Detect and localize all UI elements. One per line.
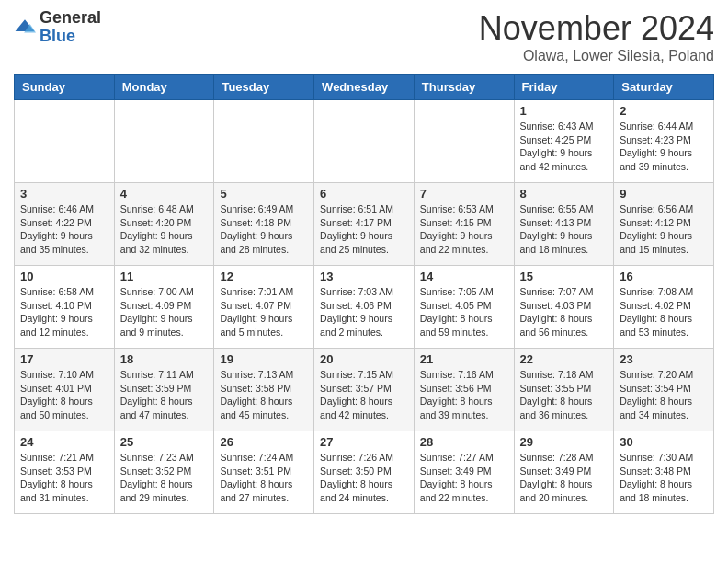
- calendar-cell: [214, 100, 314, 183]
- day-number: 29: [520, 435, 609, 449]
- day-info: Sunrise: 7:20 AM Sunset: 3:54 PM Dayligh…: [620, 368, 708, 422]
- day-number: 26: [220, 435, 308, 449]
- logo-text: General Blue: [40, 9, 101, 46]
- day-number: 18: [120, 352, 209, 366]
- calendar-cell: 1Sunrise: 6:43 AM Sunset: 4:25 PM Daylig…: [514, 100, 614, 183]
- day-number: 30: [620, 435, 708, 449]
- day-number: 12: [220, 270, 308, 283]
- weekday-header-friday: Friday: [514, 75, 614, 100]
- day-number: 6: [320, 187, 408, 201]
- calendar-cell: 16Sunrise: 7:08 AM Sunset: 4:02 PM Dayli…: [614, 266, 714, 349]
- day-info: Sunrise: 6:58 AM Sunset: 4:10 PM Dayligh…: [20, 285, 108, 339]
- day-info: Sunrise: 7:27 AM Sunset: 3:49 PM Dayligh…: [420, 451, 508, 505]
- day-info: Sunrise: 7:13 AM Sunset: 3:58 PM Dayligh…: [220, 368, 308, 422]
- day-number: 21: [420, 352, 508, 366]
- calendar-week-row: 10Sunrise: 6:58 AM Sunset: 4:10 PM Dayli…: [15, 266, 714, 349]
- calendar-cell: 17Sunrise: 7:10 AM Sunset: 4:01 PM Dayli…: [15, 349, 115, 431]
- calendar-cell: 26Sunrise: 7:24 AM Sunset: 3:51 PM Dayli…: [214, 431, 314, 514]
- day-number: 9: [620, 187, 708, 201]
- calendar-cell: 12Sunrise: 7:01 AM Sunset: 4:07 PM Dayli…: [214, 266, 314, 349]
- day-info: Sunrise: 7:07 AM Sunset: 4:03 PM Dayligh…: [520, 285, 609, 339]
- calendar-cell: 11Sunrise: 7:00 AM Sunset: 4:09 PM Dayli…: [114, 266, 214, 349]
- day-number: 15: [520, 270, 609, 283]
- calendar-cell: 24Sunrise: 7:21 AM Sunset: 3:53 PM Dayli…: [15, 431, 115, 514]
- weekday-header-saturday: Saturday: [614, 75, 714, 100]
- day-number: 19: [220, 352, 308, 366]
- day-info: Sunrise: 7:05 AM Sunset: 4:05 PM Dayligh…: [420, 285, 508, 339]
- day-info: Sunrise: 7:30 AM Sunset: 3:48 PM Dayligh…: [620, 451, 708, 505]
- calendar-cell: 10Sunrise: 6:58 AM Sunset: 4:10 PM Dayli…: [15, 266, 115, 349]
- day-info: Sunrise: 6:56 AM Sunset: 4:12 PM Dayligh…: [620, 202, 708, 257]
- weekday-header-monday: Monday: [114, 75, 214, 100]
- day-info: Sunrise: 7:16 AM Sunset: 3:56 PM Dayligh…: [420, 368, 508, 422]
- calendar-cell: [414, 100, 514, 183]
- calendar-cell: 29Sunrise: 7:28 AM Sunset: 3:49 PM Dayli…: [514, 431, 614, 514]
- day-number: 1: [520, 104, 609, 118]
- calendar-cell: 7Sunrise: 6:53 AM Sunset: 4:15 PM Daylig…: [414, 183, 514, 266]
- title-area: November 2024 Olawa, Lower Silesia, Pola…: [479, 9, 714, 64]
- calendar-cell: 3Sunrise: 6:46 AM Sunset: 4:22 PM Daylig…: [15, 183, 115, 266]
- calendar-cell: [15, 100, 115, 183]
- calendar-cell: 20Sunrise: 7:15 AM Sunset: 3:57 PM Dayli…: [314, 349, 415, 431]
- day-number: 5: [220, 187, 308, 201]
- weekday-header-sunday: Sunday: [15, 75, 115, 100]
- weekday-header-tuesday: Tuesday: [214, 75, 314, 100]
- day-number: 23: [620, 352, 708, 366]
- day-info: Sunrise: 6:46 AM Sunset: 4:22 PM Dayligh…: [20, 202, 108, 257]
- day-number: 10: [20, 270, 108, 283]
- calendar-cell: 18Sunrise: 7:11 AM Sunset: 3:59 PM Dayli…: [114, 349, 214, 431]
- day-number: 13: [320, 270, 408, 283]
- calendar-cell: 23Sunrise: 7:20 AM Sunset: 3:54 PM Dayli…: [614, 349, 714, 431]
- day-number: 3: [20, 187, 108, 201]
- day-number: 8: [520, 187, 609, 201]
- day-number: 27: [320, 435, 408, 449]
- calendar-cell: 19Sunrise: 7:13 AM Sunset: 3:58 PM Dayli…: [214, 349, 314, 431]
- day-info: Sunrise: 6:53 AM Sunset: 4:15 PM Dayligh…: [420, 202, 508, 257]
- day-info: Sunrise: 7:11 AM Sunset: 3:59 PM Dayligh…: [120, 368, 209, 422]
- day-info: Sunrise: 6:55 AM Sunset: 4:13 PM Dayligh…: [520, 202, 609, 257]
- calendar-cell: 9Sunrise: 6:56 AM Sunset: 4:12 PM Daylig…: [614, 183, 714, 266]
- calendar-cell: 22Sunrise: 7:18 AM Sunset: 3:55 PM Dayli…: [514, 349, 614, 431]
- day-number: 17: [20, 352, 108, 366]
- day-info: Sunrise: 7:28 AM Sunset: 3:49 PM Dayligh…: [520, 451, 609, 505]
- day-number: 22: [520, 352, 609, 366]
- calendar-cell: 13Sunrise: 7:03 AM Sunset: 4:06 PM Dayli…: [314, 266, 415, 349]
- day-info: Sunrise: 7:15 AM Sunset: 3:57 PM Dayligh…: [320, 368, 408, 422]
- day-number: 16: [620, 270, 708, 283]
- calendar-week-row: 1Sunrise: 6:43 AM Sunset: 4:25 PM Daylig…: [15, 100, 714, 183]
- day-info: Sunrise: 7:01 AM Sunset: 4:07 PM Dayligh…: [220, 285, 308, 339]
- calendar-cell: 25Sunrise: 7:23 AM Sunset: 3:52 PM Dayli…: [114, 431, 214, 514]
- day-info: Sunrise: 7:10 AM Sunset: 4:01 PM Dayligh…: [20, 368, 108, 422]
- calendar-header-row: SundayMondayTuesdayWednesdayThursdayFrid…: [15, 75, 714, 100]
- day-number: 7: [420, 187, 508, 201]
- calendar-cell: 6Sunrise: 6:51 AM Sunset: 4:17 PM Daylig…: [314, 183, 415, 266]
- header: General Blue November 2024 Olawa, Lower …: [14, 9, 714, 64]
- day-number: 11: [120, 270, 209, 283]
- calendar-cell: 5Sunrise: 6:49 AM Sunset: 4:18 PM Daylig…: [214, 183, 314, 266]
- day-info: Sunrise: 7:24 AM Sunset: 3:51 PM Dayligh…: [220, 451, 308, 505]
- day-number: 4: [120, 187, 209, 201]
- day-number: 20: [320, 352, 408, 366]
- day-info: Sunrise: 6:51 AM Sunset: 4:17 PM Dayligh…: [320, 202, 408, 257]
- calendar-cell: 14Sunrise: 7:05 AM Sunset: 4:05 PM Dayli…: [414, 266, 514, 349]
- day-number: 14: [420, 270, 508, 283]
- day-info: Sunrise: 6:43 AM Sunset: 4:25 PM Dayligh…: [520, 120, 609, 174]
- calendar-cell: 21Sunrise: 7:16 AM Sunset: 3:56 PM Dayli…: [414, 349, 514, 431]
- day-info: Sunrise: 7:03 AM Sunset: 4:06 PM Dayligh…: [320, 285, 408, 339]
- calendar-table: SundayMondayTuesdayWednesdayThursdayFrid…: [14, 74, 714, 514]
- logo-icon: [14, 17, 36, 39]
- calendar-cell: 15Sunrise: 7:07 AM Sunset: 4:03 PM Dayli…: [514, 266, 614, 349]
- calendar-week-row: 3Sunrise: 6:46 AM Sunset: 4:22 PM Daylig…: [15, 183, 714, 266]
- day-info: Sunrise: 7:00 AM Sunset: 4:09 PM Dayligh…: [120, 285, 209, 339]
- calendar-cell: 4Sunrise: 6:48 AM Sunset: 4:20 PM Daylig…: [114, 183, 214, 266]
- day-info: Sunrise: 7:23 AM Sunset: 3:52 PM Dayligh…: [120, 451, 209, 505]
- calendar-cell: 2Sunrise: 6:44 AM Sunset: 4:23 PM Daylig…: [614, 100, 714, 183]
- calendar-cell: 27Sunrise: 7:26 AM Sunset: 3:50 PM Dayli…: [314, 431, 415, 514]
- weekday-header-thursday: Thursday: [414, 75, 514, 100]
- day-info: Sunrise: 7:21 AM Sunset: 3:53 PM Dayligh…: [20, 451, 108, 505]
- day-number: 24: [20, 435, 108, 449]
- day-info: Sunrise: 6:49 AM Sunset: 4:18 PM Dayligh…: [220, 202, 308, 257]
- day-info: Sunrise: 6:48 AM Sunset: 4:20 PM Dayligh…: [120, 202, 209, 257]
- calendar-cell: 8Sunrise: 6:55 AM Sunset: 4:13 PM Daylig…: [514, 183, 614, 266]
- calendar-week-row: 24Sunrise: 7:21 AM Sunset: 3:53 PM Dayli…: [15, 431, 714, 514]
